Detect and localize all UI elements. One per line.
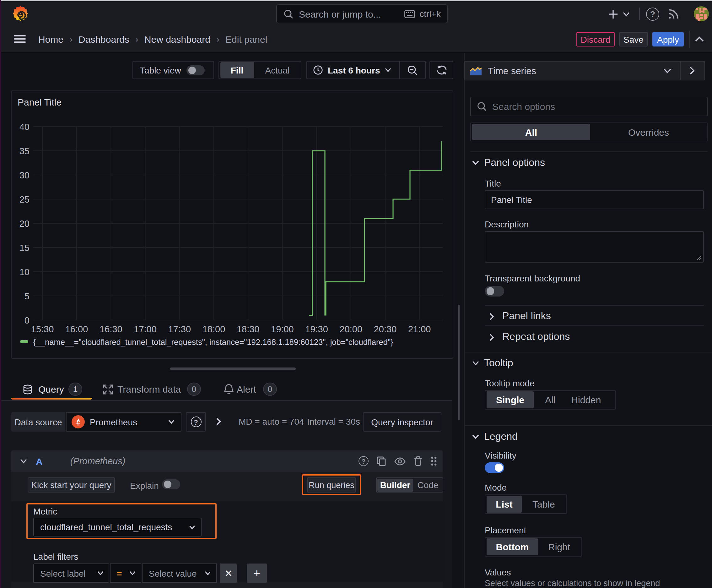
- svg-text:15: 15: [19, 243, 29, 253]
- svg-text:16:00: 16:00: [65, 324, 88, 334]
- svg-text:20:30: 20:30: [374, 324, 397, 334]
- svg-text:18:30: 18:30: [237, 324, 260, 334]
- svg-text:10: 10: [19, 267, 29, 277]
- svg-text:35: 35: [19, 146, 29, 156]
- svg-text:40: 40: [19, 122, 29, 132]
- svg-text:25: 25: [19, 194, 29, 205]
- svg-text:17:30: 17:30: [168, 324, 191, 334]
- svg-text:21:00: 21:00: [408, 324, 431, 334]
- svg-text:19:00: 19:00: [271, 324, 294, 334]
- svg-text:16:30: 16:30: [100, 324, 123, 334]
- svg-text:19:30: 19:30: [305, 324, 328, 334]
- svg-text:30: 30: [19, 170, 29, 180]
- svg-text:17:00: 17:00: [134, 324, 157, 334]
- svg-text:0: 0: [24, 315, 29, 326]
- svg-text:20: 20: [19, 218, 29, 229]
- svg-text:5: 5: [24, 291, 29, 301]
- svg-text:20:00: 20:00: [340, 324, 363, 334]
- svg-text:15:30: 15:30: [31, 324, 54, 334]
- svg-text:{__name__="cloudflared_tunnel_: {__name__="cloudflared_tunnel_total_requ…: [33, 338, 393, 346]
- svg-text:18:00: 18:00: [202, 324, 225, 334]
